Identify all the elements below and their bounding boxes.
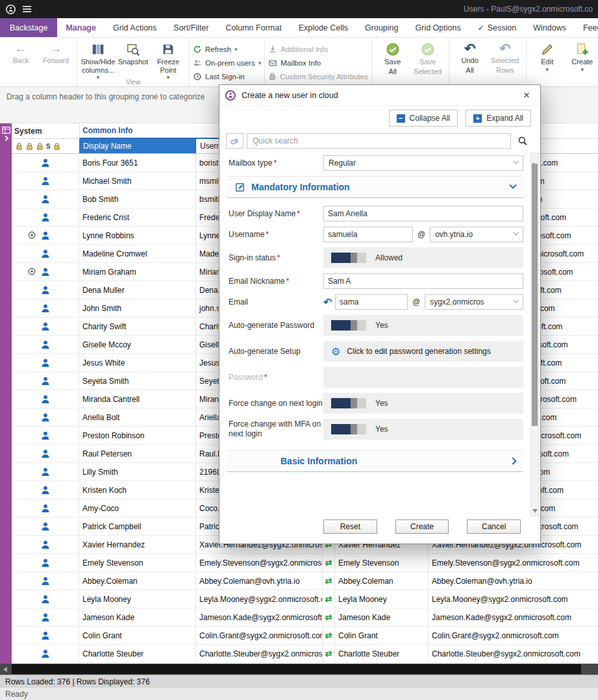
display-name-cell[interactable]: Bob Smith (79, 190, 196, 208)
email-domain-select[interactable]: sygx2.onmicros (425, 294, 523, 310)
display-name-cell[interactable]: Charity Swift (79, 318, 196, 335)
signin-status-toggle[interactable] (331, 253, 366, 263)
quick-search-input[interactable] (247, 133, 511, 149)
upn-cell[interactable]: Jameson.Kade@sygx2.onmicrosoft.com (429, 608, 598, 626)
display-name-cell[interactable]: Madeline Cromwel (79, 245, 196, 262)
display-name-cell[interactable]: Jesus White (79, 354, 196, 371)
username-input[interactable] (323, 227, 413, 242)
table-row[interactable]: Abbey.ColemanAbbey.Coleman@ovh.ytria.io⇄… (12, 572, 598, 590)
tab-column-format[interactable]: Column Format (218, 18, 290, 37)
upn-cell[interactable]: Charlotte.Steuber@sygx2.onmicrosoft.com (429, 645, 598, 662)
tab-session[interactable]: ✓Session (469, 18, 525, 37)
display-name-cell[interactable]: Kristen Koch (79, 481, 196, 499)
onprem-users-button[interactable]: On-prem users ▾ (193, 57, 261, 68)
display-name-cell[interactable]: Lynne Robbins (79, 227, 196, 244)
last-signin-button[interactable]: Last Sign-in (193, 71, 261, 82)
display-name-cell[interactable]: Emely Stevenson (79, 554, 196, 571)
username-cell[interactable]: Leyla.Mooney@sygx2.onmicrosoft.com (196, 590, 323, 608)
force-change-toggle[interactable] (331, 398, 366, 408)
tab-sort-filter[interactable]: Sort/Filter (165, 18, 217, 37)
display-name-2-cell[interactable]: Abbey.Coleman (335, 572, 429, 590)
scrollbar-thumb[interactable] (12, 664, 581, 674)
clear-search-button[interactable] (226, 133, 243, 149)
column-header-display-name[interactable]: Display Name (79, 139, 196, 153)
username-cell[interactable]: Abbey.Coleman@ovh.ytria.io (196, 572, 323, 590)
display-name-cell[interactable]: Michael Smith (79, 172, 196, 190)
freeze-point-button[interactable]: Freeze Point ▾ (151, 40, 186, 82)
cancel-button[interactable]: Cancel (467, 519, 521, 534)
mailbox-type-select[interactable]: Regular (323, 155, 523, 171)
additional-info-button[interactable]: Additional Info (268, 44, 368, 55)
username-cell[interactable]: Emely.Stevenson@sygx2.onmicrosoft.com (196, 554, 323, 571)
revert-icon[interactable]: ↶ (323, 296, 335, 308)
upn-cell[interactable]: Colin.Grant@sygx2.onmicrosoft.com (429, 627, 598, 644)
force-change-mfa-toggle[interactable] (331, 424, 366, 434)
section-mandatory-information[interactable]: Mandatory Information (227, 176, 523, 198)
display-name-cell[interactable]: Miranda Cantrell (79, 390, 196, 408)
table-row[interactable]: Emely StevensonEmely.Stevenson@sygx2.onm… (12, 554, 598, 572)
user-display-name-input[interactable] (323, 206, 523, 221)
display-name-cell[interactable]: Leyla Mooney (79, 590, 196, 608)
group-header-system[interactable]: System (12, 127, 79, 136)
display-name-cell[interactable]: Ariella Bolt (79, 408, 196, 426)
display-name-2-cell[interactable]: Charlotte Steuber (335, 645, 429, 662)
mailbox-info-button[interactable]: Mailbox Info (268, 57, 368, 68)
undo-all-button[interactable]: ↶ Undo All (453, 40, 488, 76)
display-name-cell[interactable]: Amy-Coco (79, 499, 196, 517)
tab-grid-options[interactable]: Grid Options (407, 18, 469, 37)
reset-button[interactable]: Reset (323, 519, 377, 534)
table-row[interactable]: Jameson KadeJameson.Kade@sygx2.onmicroso… (12, 608, 598, 627)
upn-cell[interactable]: Leyla.Mooney@sygx2.onmicrosoft.com (429, 590, 598, 608)
display-name-2-cell[interactable]: Colin Grant (335, 627, 429, 644)
close-icon[interactable]: × (518, 87, 535, 104)
hamburger-menu-icon[interactable] (23, 6, 31, 12)
email-input[interactable] (335, 294, 408, 310)
autogen-setup-button[interactable]: ⚙ Click to edit password generation sett… (323, 341, 523, 362)
dialog-scrollbar-thumb[interactable] (532, 164, 538, 426)
tab-grouping[interactable]: Grouping (356, 18, 406, 37)
display-name-cell[interactable]: Preston Robinson (79, 427, 196, 444)
tab-feedback[interactable]: Feedb (575, 18, 598, 37)
custom-security-attributes-button[interactable]: Custom Security Attributes (268, 71, 368, 82)
scroll-down-icon[interactable] (532, 509, 538, 513)
upn-cell[interactable]: Emely.Stevenson@sygx2.onmicrosoft.com (429, 554, 598, 571)
display-name-cell[interactable]: Boris Four 3651 (79, 154, 196, 171)
display-name-cell[interactable]: Patrick Campbell (79, 518, 196, 535)
create-button[interactable]: Create (395, 519, 449, 534)
forward-button[interactable]: → Forward (38, 40, 73, 67)
table-row[interactable]: Charlotte SteuberCharlotte.Steuber@sygx2… (12, 645, 598, 663)
display-name-cell[interactable]: Raul Petersen (79, 445, 196, 462)
username-cell[interactable]: Charlotte.Steuber@sygx2.onmicrosoft.com (196, 645, 323, 662)
username-cell[interactable]: Colin.Grant@sygx2.onmicrosoft.com (196, 627, 323, 644)
display-name-cell[interactable]: Xavier Hernandez (79, 536, 196, 553)
tab-explode-cells[interactable]: Explode Cells (290, 18, 356, 37)
show-hide-columns-button[interactable]: Show/Hide columns... ▾ (81, 40, 116, 82)
snapshot-button[interactable]: Snapshot (116, 40, 151, 68)
create-button[interactable]: Create ▾ (565, 40, 598, 74)
collapse-all-button[interactable]: − Collapse All (389, 110, 458, 127)
refresh-button[interactable]: Refresh ▾ (193, 44, 261, 55)
display-name-cell[interactable]: Seyeta Smith (79, 372, 196, 390)
autogen-password-toggle[interactable] (331, 320, 366, 331)
display-name-cell[interactable]: John Smith (79, 299, 196, 317)
system-locks-header[interactable]: S (12, 139, 79, 153)
display-name-cell[interactable]: Jameson Kade (79, 608, 196, 626)
tab-backstage[interactable]: Backstage (0, 18, 57, 37)
expand-all-button[interactable]: + Expand All (466, 110, 531, 127)
horizontal-scrollbar[interactable] (0, 664, 598, 675)
display-name-cell[interactable]: Lilly Smith (79, 463, 196, 481)
display-name-cell[interactable]: Colin Grant (79, 627, 196, 644)
tab-grid-actions[interactable]: Grid Actions (105, 18, 165, 37)
display-name-2-cell[interactable]: Leyla Mooney (335, 590, 429, 608)
table-row[interactable]: Colin GrantColin.Grant@sygx2.onmicrosoft… (12, 627, 598, 645)
undo-selected-rows-button[interactable]: ↶ Selected Rows (488, 40, 523, 76)
column-chooser-rail[interactable] (0, 123, 12, 664)
display-name-cell[interactable]: Miriam Graham (79, 263, 196, 281)
username-domain-select[interactable]: ovh.ytria.io (430, 227, 523, 242)
back-button[interactable]: ← Back (3, 40, 38, 67)
scroll-left-icon[interactable] (3, 667, 7, 672)
display-name-cell[interactable]: Frederic Crist (79, 208, 196, 226)
display-name-cell[interactable]: Giselle Mccoy (79, 336, 196, 353)
save-all-button[interactable]: Save All (375, 40, 410, 77)
upn-cell[interactable]: Abbey.Coleman@ovh.ytria.io (429, 572, 598, 590)
